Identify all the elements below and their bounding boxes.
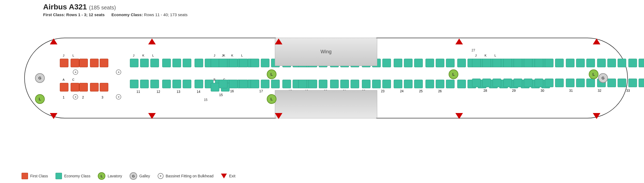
seat-29C[interactable]	[524, 79, 532, 87]
s23C[interactable]	[446, 80, 455, 88]
seat-32K[interactable]	[607, 59, 616, 67]
seat-32B[interactable]	[607, 79, 616, 87]
seat-29K[interactable]	[514, 59, 522, 67]
seat-30A[interactable]	[535, 79, 543, 87]
seat-13A[interactable]	[195, 80, 203, 88]
seat-3A[interactable]	[100, 83, 108, 92]
s23B[interactable]	[436, 80, 444, 88]
s24J[interactable]	[457, 59, 466, 67]
wing-top: Wing	[275, 38, 377, 66]
seat-1C[interactable]	[71, 83, 79, 92]
s17K[interactable]	[261, 59, 269, 67]
seat-12B[interactable]	[172, 80, 181, 88]
seat-29A[interactable]	[503, 79, 512, 87]
seat-30J[interactable]	[535, 59, 543, 67]
seat-28K[interactable]	[482, 59, 491, 67]
seat-31C[interactable]	[586, 79, 595, 87]
seat-28C[interactable]	[493, 79, 501, 87]
seat-1L[interactable]	[71, 59, 79, 67]
s16K[interactable]	[229, 59, 238, 67]
s19B[interactable]	[309, 80, 317, 88]
seat-28L[interactable]	[493, 59, 501, 67]
s22J[interactable]	[394, 59, 402, 67]
seat-31B[interactable]	[576, 79, 585, 87]
s17A[interactable]	[251, 80, 259, 88]
seat-31L[interactable]	[586, 59, 595, 67]
seat-2A[interactable]	[79, 83, 88, 92]
s16L[interactable]	[239, 59, 248, 67]
s22B[interactable]	[404, 80, 413, 88]
s17B[interactable]	[261, 80, 269, 88]
s22L[interactable]	[414, 59, 423, 67]
s20B[interactable]	[340, 80, 349, 88]
seat-33B[interactable]	[639, 79, 644, 87]
galley-label-2: G	[602, 76, 605, 80]
s21A[interactable]	[362, 80, 371, 88]
seat-12A[interactable]	[162, 80, 171, 88]
seat-2L[interactable]	[90, 59, 99, 67]
seat-1J[interactable]	[60, 59, 68, 67]
s16J[interactable]	[219, 59, 227, 67]
seat-11J[interactable]	[130, 59, 139, 67]
seat-33K[interactable]	[639, 59, 644, 67]
s20A[interactable]	[330, 80, 339, 88]
seat-31K[interactable]	[576, 59, 585, 67]
s24A[interactable]	[457, 80, 466, 88]
s19A[interactable]	[298, 80, 307, 88]
legend-lavatory: L Lavatory	[98, 172, 122, 180]
seat-11K[interactable]	[140, 59, 149, 67]
s19C[interactable]	[319, 80, 327, 88]
s22A[interactable]	[394, 80, 402, 88]
seat-28A[interactable]	[472, 79, 481, 87]
seat-12J[interactable]	[162, 59, 171, 67]
seat-31A[interactable]	[566, 79, 574, 87]
s17C[interactable]	[271, 80, 280, 88]
s22K[interactable]	[404, 59, 413, 67]
s21L[interactable]	[382, 59, 391, 67]
seat-12K[interactable]	[172, 59, 181, 67]
s22C[interactable]	[414, 80, 423, 88]
seat-28J[interactable]	[472, 59, 481, 67]
seat-30K[interactable]	[545, 59, 553, 67]
seat-2J[interactable]	[79, 59, 88, 67]
seat-32C[interactable]	[618, 79, 626, 87]
seat-29L[interactable]	[524, 59, 532, 67]
exit-arrow-3-top	[275, 38, 282, 44]
s16C[interactable]	[239, 80, 248, 88]
s23A[interactable]	[425, 80, 434, 88]
seat-29J[interactable]	[503, 59, 512, 67]
s23J[interactable]	[425, 59, 434, 67]
seat-31J[interactable]	[566, 59, 574, 67]
seat-2C[interactable]	[90, 83, 99, 92]
seat-3J[interactable]	[100, 59, 108, 67]
seat-12C[interactable]	[183, 80, 191, 88]
seat-29B[interactable]	[514, 79, 522, 87]
seat-32J[interactable]	[597, 59, 606, 67]
seat-32L[interactable]	[618, 59, 626, 67]
seat-28B[interactable]	[482, 79, 491, 87]
s23K[interactable]	[436, 59, 444, 67]
s21B[interactable]	[372, 80, 381, 88]
seat-11B[interactable]	[140, 80, 149, 88]
s16A[interactable]	[219, 80, 227, 88]
seat-33J[interactable]	[628, 59, 637, 67]
s23L[interactable]	[446, 59, 455, 67]
s18A[interactable]	[282, 80, 291, 88]
economy-class-info: Rows 11 - 40; 173 seats	[144, 12, 188, 17]
seat-11C[interactable]	[150, 80, 159, 88]
seat-11L[interactable]	[150, 59, 159, 67]
seat-13J[interactable]	[195, 59, 203, 67]
seat-33A[interactable]	[628, 79, 637, 87]
s21C[interactable]	[382, 80, 391, 88]
seat-30L[interactable]	[555, 59, 564, 67]
seat-30C[interactable]	[555, 79, 564, 87]
seat-11A[interactable]	[130, 80, 139, 88]
legend-first-class-label: First Class	[30, 174, 48, 178]
seat-30B[interactable]	[545, 79, 553, 87]
s20C[interactable]	[351, 80, 359, 88]
s17J[interactable]	[251, 59, 259, 67]
seat-1A[interactable]	[60, 83, 68, 92]
s16B[interactable]	[229, 80, 238, 88]
legend-galley-label: Galley	[139, 174, 150, 178]
seat-12L[interactable]	[183, 59, 191, 67]
